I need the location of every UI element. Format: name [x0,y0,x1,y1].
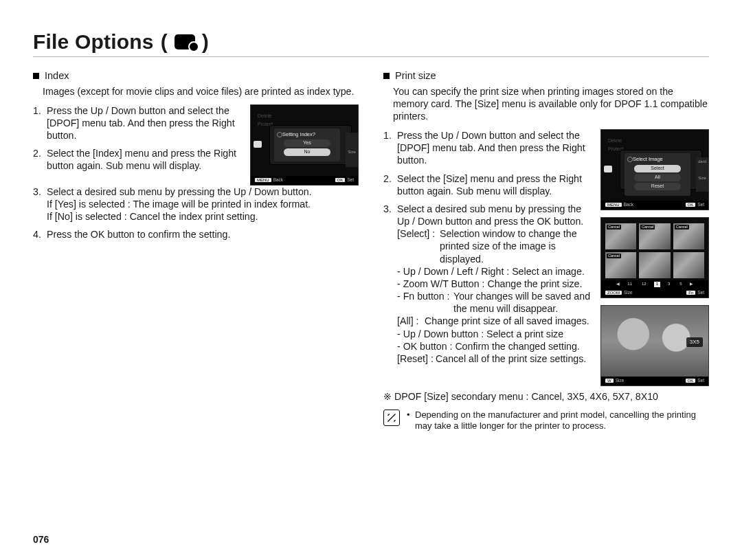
option-all: All [634,174,681,181]
bullet-square-icon [33,73,39,79]
label-size: Size [616,378,625,383]
steps-text: 1.Press the Up / Down button and select … [383,129,591,386]
key-ok-icon: OK [686,203,696,207]
side-label-dard: dard [697,159,708,165]
screenshot-index-dialog: Delete Protect Setting Index? Yes No [250,104,359,186]
bullet-square-icon [383,73,390,79]
step-2: 2.Select the [Size] menu and press the R… [383,172,591,197]
size-chip: 3X5 [686,337,703,347]
file-options-icon [175,34,195,49]
bullet-updown: - Up / Down button : Select a print size [397,328,591,340]
dialog-setting-index: Setting Index? Yes No [274,128,340,162]
thumbnail [639,252,670,278]
note-icon [383,410,400,426]
steps-with-shots-print-size: 1.Press the Up / Down button and select … [383,129,709,386]
paren-close: ) [202,30,209,54]
thumbnail: Cancel [639,223,670,249]
label-all: [All] : [397,315,425,327]
key-menu-icon: MENU [605,203,622,207]
section-heading-print-size: Print size [383,69,709,82]
step-3-no: If [No] is selected : Cancel the index p… [47,210,359,223]
intro-text-index: Images (except for movie clips and voice… [43,85,359,98]
dialog-title: Select Image [627,156,688,163]
column-index: Index Images (except for movie clips and… [33,69,359,432]
label-set: Set [697,378,704,383]
label-reset: [Reset] : [397,352,436,365]
section-heading-index: Index [33,69,359,82]
label-select: [Select] : [397,227,440,265]
key-w-icon: W [605,379,614,383]
manual-page: File Options ( ) Index Images (except fo… [0,0,742,560]
title-row: File Options ( ) [33,30,709,57]
side-label-size: Size [346,150,357,155]
step-1: 1.Press the Up / Down button and select … [33,104,240,142]
note-block: Depending on the manufacturer and print … [383,410,709,432]
key-zoom-icon: ZOOM [605,291,622,295]
thumb-badge: Cancel [607,225,621,229]
step-3: 3.Select a desired sub menu by pressing … [33,186,359,223]
option-reset: Reset [634,183,681,190]
screenshot-stack: Delete Protect Select Image Select All R… [600,129,709,386]
intro-text-print-size: You can specify the print size when prin… [393,85,709,123]
bullet-zoom: - Zoom W/T Button : Change the print siz… [397,278,591,290]
label-set: Set [697,290,704,295]
step-1: 1.Press the Up / Down button and select … [383,129,591,167]
thumbnail [673,252,704,278]
note-text: Depending on the manufacturer and print … [407,410,709,432]
thumbnail: Cancel [605,252,636,278]
key-menu-icon: MENU [255,178,271,182]
bullet-nav: - Up / Down / Left / Right : Select an i… [397,265,591,278]
label-back: Back [624,202,633,207]
screenshot-single-preview: 3X5 WSize OKSet [600,305,709,386]
menu-item-delete: Delete [608,137,623,145]
label-set: Set [697,202,704,207]
page-title: File Options [33,30,154,54]
screenshot-thumbnail-grid: Cancel Cancel Cancel Cancel ◀ 11 12 1 [600,217,709,298]
menu-item-delete: Delete [258,112,273,120]
thumbnail: Cancel [605,223,636,249]
option-yes: Yes [284,139,330,147]
screenshot-select-image-dialog: Delete Protect Select Image Select All R… [600,129,709,210]
playback-icon [604,166,612,172]
thumbnail: Cancel [673,223,704,249]
paren-open: ( [161,30,168,54]
heading-text: Print size [395,69,436,82]
playback-icon [254,141,262,148]
key-ok-icon: OK [686,379,696,383]
step-4: 4.Press the OK button to confirm the set… [33,228,359,240]
step-3-yes: If [Yes] is selected : The image will be… [47,198,359,210]
two-column-layout: Index Images (except for movie clips and… [33,69,709,432]
dialog-title: Setting Index? [277,131,337,138]
bullet-ok: - OK button : Confirm the changed settin… [397,340,591,352]
key-ok-icon: OK [335,178,346,182]
steps-text: 1.Press the Up / Down button and select … [33,104,240,186]
option-no: No [284,148,330,156]
pagination-bar: ◀ 11 12 1 3 5 ▶ [601,280,708,289]
steps-with-shot-index: 1.Press the Up / Down button and select … [33,104,359,186]
label-set: Set [347,177,354,182]
dialog-select-image: Select Image Select All Reset [625,153,690,195]
column-print-size: Print size You can specify the print siz… [383,69,709,432]
option-select: Select [634,165,681,172]
page-number: 076 [33,534,49,545]
heading-text: Index [45,69,69,82]
step-2: 2.Select the [Index] menu and press the … [33,147,240,172]
secondary-menu-line: ※ DPOF [Size] secondary menu : Cancel, 3… [383,390,709,403]
label-back: Back [273,177,283,182]
bullet-fn-label: - Fn button : [397,290,453,315]
step-3: 3.Select a desired sub menu by pressing … [383,203,591,365]
key-fn-icon: Fn [686,291,695,295]
label-size: Size [624,290,633,295]
side-label-size: Size [697,176,708,181]
